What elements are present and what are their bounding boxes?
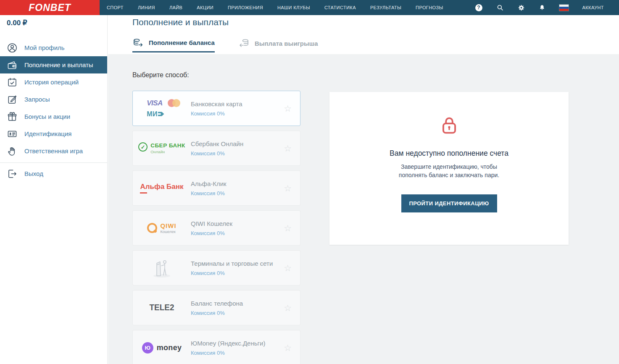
tab-label: Пополнение баланса bbox=[149, 39, 215, 46]
choose-method-label: Выберите способ: bbox=[108, 54, 619, 79]
sidebar-item-identification[interactable]: Идентификация bbox=[0, 125, 107, 142]
favorite-star-icon[interactable]: ☆ bbox=[284, 264, 292, 272]
account-sidebar: 0.00 ₽ Мой профиль bbox=[0, 15, 108, 364]
payment-methods-list: VISA МИ Банковская карта Комиссия 0% bbox=[132, 91, 300, 364]
coins-in-icon bbox=[132, 38, 144, 48]
settings-gear-icon[interactable] bbox=[518, 4, 525, 11]
yoomoney-badge: Ю bbox=[142, 342, 153, 354]
main-nav-menu: СПОРТ ЛИНИЯ ЛАЙВ АКЦИИ ПРИЛОЖЕНИЯ НАШИ К… bbox=[100, 0, 450, 15]
yoomoney-logo: Ю money bbox=[133, 342, 191, 354]
favorite-star-icon[interactable]: ☆ bbox=[284, 144, 292, 153]
notifications-bell-icon[interactable] bbox=[539, 4, 545, 11]
sidebar-item-bonuses[interactable]: Бонусы и акции bbox=[0, 108, 107, 125]
sidebar-item-label: Мой профиль bbox=[24, 44, 65, 51]
sberbank-logo: ✓ СБЕР БАНК Онлайн bbox=[133, 142, 191, 154]
mastercard-logo bbox=[168, 99, 180, 107]
nav-item-sport[interactable]: СПОРТ bbox=[100, 0, 131, 15]
favorite-star-icon[interactable]: ☆ bbox=[284, 104, 292, 113]
method-card-yoomoney[interactable]: Ю money ЮMoney (Яндекс.Деньги) Комиссия … bbox=[132, 330, 300, 364]
sidebar-item-responsible-gaming[interactable]: Ответственная игра bbox=[0, 142, 107, 160]
tabs-bar: Пополнение баланса Выплата выигрыша bbox=[132, 34, 619, 52]
sidebar-item-history[interactable]: История операций bbox=[0, 73, 107, 91]
sidebar-item-label: Выход bbox=[24, 170, 43, 177]
sidebar-menu: Мой профиль Пополнение и выплаты bbox=[0, 39, 107, 182]
bank-card-logo: VISA МИ bbox=[133, 99, 191, 118]
sidebar-item-label: История операций bbox=[24, 79, 79, 86]
sidebar-item-label: Пополнение и выплаты bbox=[24, 61, 93, 68]
account-button[interactable]: АККАУНТ bbox=[582, 5, 604, 10]
alfabank-logo: Альфа Банк bbox=[133, 183, 191, 194]
method-card-sberbank[interactable]: ✓ СБЕР БАНК Онлайн Сбербанк Онлайн Комис… bbox=[132, 131, 300, 166]
nav-item-results[interactable]: РЕЗУЛЬТАТЫ bbox=[363, 0, 408, 15]
tab-deposit-balance[interactable]: Пополнение баланса bbox=[132, 34, 215, 52]
nav-item-promos[interactable]: АКЦИИ bbox=[190, 0, 221, 15]
nav-item-clubs[interactable]: НАШИ КЛУБЫ bbox=[270, 0, 317, 15]
sidebar-item-requests[interactable]: Запросы bbox=[0, 91, 107, 108]
search-icon[interactable] bbox=[496, 4, 504, 11]
favorite-star-icon[interactable]: ☆ bbox=[284, 224, 292, 233]
sidebar-item-label: Бонусы и акции bbox=[24, 113, 70, 120]
method-card-bank-card[interactable]: VISA МИ Банковская карта Комиссия 0% bbox=[132, 91, 300, 126]
page-header: Пополнение и выплаты Пополнение баланса bbox=[108, 15, 619, 54]
method-card-qiwi[interactable]: QIWI Кошелек QIWI Кошелек Комиссия 0% ☆ bbox=[132, 210, 300, 246]
sidebar-item-profile[interactable]: Мой профиль bbox=[0, 39, 107, 56]
deposit-content: Выберите способ: VISA МИ bbox=[108, 54, 619, 364]
tele2-logo: TELE2 bbox=[133, 303, 191, 312]
language-flag-ru-icon[interactable] bbox=[559, 5, 569, 11]
nav-item-forecasts[interactable]: ПРОГНОЗЫ bbox=[408, 0, 450, 15]
nav-item-statistics[interactable]: СТАТИСТИКА bbox=[317, 0, 363, 15]
sber-check-icon: ✓ bbox=[138, 142, 148, 152]
page-title: Пополнение и выплаты bbox=[132, 15, 619, 27]
locked-panel-title: Вам недоступно пополнение счета bbox=[329, 149, 569, 158]
nav-right-controls: ? bbox=[475, 0, 619, 15]
method-card-alfa-click[interactable]: Альфа Банк Альфа-Клик Комиссия 0% ☆ bbox=[132, 170, 300, 206]
method-card-terminals[interactable]: Терминалы и торговые сети Комиссия 0% ☆ bbox=[132, 250, 300, 285]
pass-identification-button[interactable]: ПРОЙТИ ИДЕНТИФИКАЦИЮ bbox=[401, 194, 497, 212]
sidebar-item-label: Идентификация bbox=[24, 130, 71, 137]
sidebar-item-deposits[interactable]: Пополнение и выплаты bbox=[0, 56, 107, 73]
profile-icon bbox=[6, 42, 18, 53]
favorite-star-icon[interactable]: ☆ bbox=[284, 343, 292, 352]
fonbet-app: FONBET СПОРТ ЛИНИЯ ЛАЙВ АКЦИИ ПРИЛОЖЕНИЯ… bbox=[0, 0, 619, 364]
coins-out-icon bbox=[238, 38, 250, 48]
wallet-icon bbox=[6, 59, 18, 71]
help-icon[interactable]: ? bbox=[475, 4, 482, 11]
fonbet-logo-text: FONBET bbox=[29, 2, 71, 13]
sidebar-item-label: Запросы bbox=[24, 96, 50, 103]
main-content: Пополнение и выплаты Пополнение баланса bbox=[108, 15, 619, 364]
nav-item-live[interactable]: ЛАЙВ bbox=[162, 0, 190, 15]
tab-withdraw-winnings[interactable]: Выплата выигрыша bbox=[238, 34, 318, 52]
deposit-locked-panel: Вам недоступно пополнение счета Завершит… bbox=[329, 92, 569, 245]
method-card-phone-balance[interactable]: TELE2 Баланс телефона Комиссия 0% ☆ bbox=[132, 290, 300, 325]
id-card-icon bbox=[6, 128, 18, 139]
history-icon bbox=[6, 76, 18, 88]
favorite-star-icon[interactable]: ☆ bbox=[284, 304, 292, 312]
nav-item-line[interactable]: ЛИНИЯ bbox=[131, 0, 162, 15]
terminal-illustration bbox=[133, 256, 191, 280]
hand-icon bbox=[6, 145, 18, 157]
visa-logo: VISA bbox=[147, 99, 163, 107]
sidebar-item-label: Ответственная игра bbox=[24, 147, 83, 155]
sidebar-divider bbox=[0, 162, 107, 163]
locked-panel-description: Завершите идентификацию, чтобы пополнять… bbox=[388, 163, 510, 179]
mir-logo: МИ bbox=[147, 110, 164, 118]
requests-icon bbox=[6, 94, 18, 105]
alfa-underline bbox=[140, 192, 147, 194]
logout-icon bbox=[6, 168, 18, 179]
qiwi-ring-icon bbox=[147, 223, 157, 233]
fonbet-logo[interactable]: FONBET bbox=[0, 0, 100, 15]
balance-amount: 0.00 ₽ bbox=[0, 15, 107, 27]
favorite-star-icon[interactable]: ☆ bbox=[284, 184, 292, 193]
top-nav: FONBET СПОРТ ЛИНИЯ ЛАЙВ АКЦИИ ПРИЛОЖЕНИЯ… bbox=[0, 0, 619, 15]
qiwi-logo: QIWI Кошелек bbox=[133, 222, 191, 234]
tab-label: Выплата выигрыша bbox=[255, 40, 318, 47]
lock-icon bbox=[329, 115, 569, 136]
gift-icon bbox=[6, 111, 18, 122]
nav-item-apps[interactable]: ПРИЛОЖЕНИЯ bbox=[221, 0, 270, 15]
sidebar-item-logout[interactable]: Выход bbox=[0, 165, 107, 182]
